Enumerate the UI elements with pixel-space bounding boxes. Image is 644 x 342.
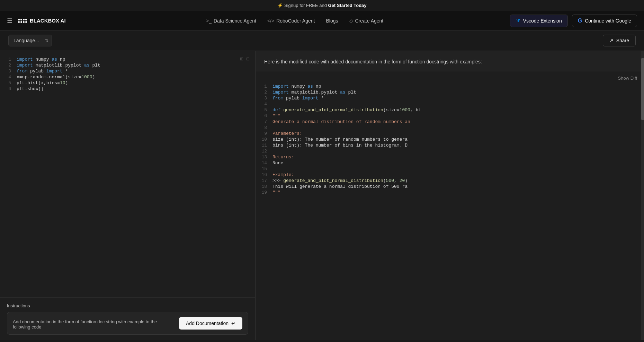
output-line-10: 10 size (int): The number of random numb… <box>256 137 644 142</box>
expand-icon[interactable]: ⊡ <box>246 56 250 61</box>
nav-create-agent-label: Create Agent <box>355 18 384 24</box>
output-line-13: 13 Returns: <box>256 154 644 160</box>
add-documentation-button[interactable]: Add Documentation ↵ <box>179 317 242 330</box>
logo[interactable]: BLACKBOX AI <box>18 18 66 24</box>
language-select[interactable]: Language... Python JavaScript TypeScript… <box>8 35 52 46</box>
code-line-4: 4 x=np.random.normal(size=1000) <box>0 74 255 80</box>
output-line-15: 15 <box>256 166 644 172</box>
show-diff-row: Show Diff <box>256 76 644 84</box>
output-line-8: 8 <box>256 125 644 131</box>
share-label: Share <box>616 38 629 43</box>
output-line-5: 5 def generate_and_plot_normal_distribut… <box>256 107 644 113</box>
logo-dot <box>23 21 25 23</box>
code-line-6: 6 plt.show() <box>0 86 255 92</box>
diamond-icon: ◇ <box>349 18 353 24</box>
logo-text: BLACKBOX AI <box>30 18 66 24</box>
copy-icon[interactable]: ⊞ <box>240 56 243 61</box>
announcement-cta: Get Started Today <box>328 3 367 8</box>
code-line-5: 5 plt.hist(x,bins=10) <box>0 80 255 86</box>
logo-dot <box>20 19 22 20</box>
logo-dot <box>18 19 20 20</box>
instructions-text: Add documentation in the form of functio… <box>13 319 175 330</box>
logo-dot <box>25 19 27 20</box>
output-line-4: 4 <box>256 101 644 107</box>
language-select-wrapper: Language... Python JavaScript TypeScript… <box>8 35 52 46</box>
output-line-12: 12 <box>256 148 644 154</box>
code-icon: </> <box>267 18 274 24</box>
logo-dot <box>20 21 22 23</box>
output-line-9: 9 Parameters: <box>256 131 644 137</box>
google-signin-label: Continue with Google <box>585 18 631 24</box>
code-output[interactable]: Show Diff 1 import numpy as np 2 import … <box>256 71 644 340</box>
announcement-bar: ⚡ Signup for FREE and Get Started Today <box>0 0 644 11</box>
nav-robo-coder[interactable]: </> RoboCoder Agent <box>262 15 320 26</box>
editor-area: ⊞ ⊡ 1 import numpy as np 2 import matplo… <box>0 51 644 340</box>
add-doc-icon: ↵ <box>231 321 235 326</box>
response-text: Here is the modified code with added doc… <box>256 51 644 71</box>
vscode-button[interactable]: ⧩ Vscode Extension <box>510 15 568 27</box>
nav-data-science-label: Data Science Agent <box>214 18 256 24</box>
announcement-text: Signup for FREE and <box>284 3 328 8</box>
code-line-2: 2 import matplotlib.pyplot as plt <box>0 62 255 68</box>
output-line-2: 2 import matplotlib.pyplot as plt <box>256 89 644 95</box>
vscode-label: Vscode Extension <box>523 18 562 24</box>
output-line-1: 1 import numpy as np <box>256 84 644 89</box>
code-line-1: 1 import numpy as np <box>0 56 255 62</box>
main-content: Language... Python JavaScript TypeScript… <box>0 30 644 340</box>
output-line-11: 11 bins (int): The number of bins in the… <box>256 142 644 148</box>
vscode-icon: ⧩ <box>516 18 520 24</box>
logo-dot <box>18 21 20 23</box>
output-line-18: 18 This will generate a normal distribut… <box>256 184 644 190</box>
nav-right: ⧩ Vscode Extension G Continue with Googl… <box>510 15 637 27</box>
share-button[interactable]: ↗ Share <box>603 35 636 46</box>
logo-dots <box>18 19 27 23</box>
toolbar: Language... Python JavaScript TypeScript… <box>0 30 644 51</box>
right-panel: Here is the modified code with added doc… <box>256 51 644 340</box>
left-panel: ⊞ ⊡ 1 import numpy as np 2 import matplo… <box>0 51 256 340</box>
output-line-14: 14 None <box>256 160 644 166</box>
nav-robo-coder-label: RoboCoder Agent <box>276 18 315 24</box>
output-line-6: 6 """ <box>256 113 644 119</box>
terminal-icon: >_ <box>206 18 212 24</box>
nav-blogs[interactable]: Blogs <box>321 15 343 26</box>
show-diff-button[interactable]: Show Diff <box>618 76 637 81</box>
code-editor[interactable]: ⊞ ⊡ 1 import numpy as np 2 import matplo… <box>0 51 255 297</box>
share-icon: ↗ <box>609 38 614 43</box>
output-line-3: 3 from pylab import * <box>256 95 644 101</box>
nav-links: >_ Data Science Agent </> RoboCoder Agen… <box>80 15 510 26</box>
menu-icon[interactable]: ☰ <box>7 17 12 25</box>
google-icon: G <box>578 18 582 24</box>
google-signin-button[interactable]: G Continue with Google <box>572 15 637 27</box>
nav-data-science[interactable]: >_ Data Science Agent <box>201 15 261 26</box>
editor-toolbar-icons: ⊞ ⊡ <box>240 56 250 61</box>
navbar: ☰ BLACKBOX AI >_ Data Science Agent </> … <box>0 11 644 30</box>
output-line-17: 17 >>> generate_and_plot_normal_distribu… <box>256 178 644 184</box>
instructions-box: Add documentation in the form of functio… <box>7 312 248 335</box>
instructions-label: Instructions <box>7 303 248 308</box>
instructions-panel: Instructions Add documentation in the fo… <box>0 297 255 340</box>
output-line-19: 19 """ <box>256 190 644 195</box>
nav-create-agent[interactable]: ◇ Create Agent <box>345 15 388 26</box>
scrollbar-thumb[interactable] <box>641 58 644 120</box>
output-line-16: 16 Example: <box>256 172 644 178</box>
code-line-3: 3 from pylab import * <box>0 68 255 74</box>
bolt-icon: ⚡ <box>277 3 283 8</box>
scrollbar[interactable] <box>641 51 644 340</box>
logo-dot <box>23 19 25 20</box>
nav-blogs-label: Blogs <box>326 18 338 24</box>
logo-dot <box>25 21 27 23</box>
add-doc-label: Add Documentation <box>186 321 229 326</box>
output-line-7: 7 Generate a normal distribution of rand… <box>256 119 644 125</box>
